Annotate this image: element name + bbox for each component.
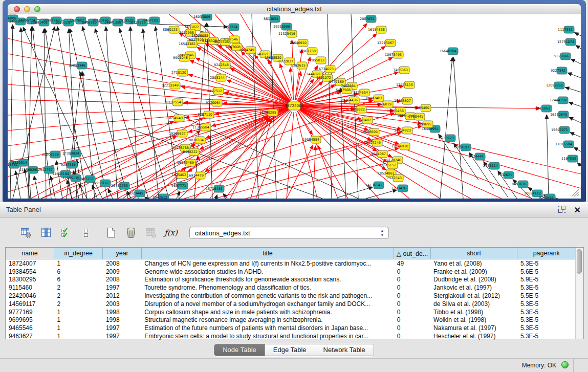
table-row[interactable]: 911546021997Tourette syndrome. Phenomeno… [6,283,576,292]
table-row[interactable]: 2242004622012Investigating the contribut… [6,292,576,300]
table-cell: Investigating the contribution of common… [141,292,394,300]
column-header-title[interactable]: title [141,248,394,259]
graph-node-label: 1615152 [381,163,396,167]
graph-node-label: 8150514 [12,161,27,165]
graph-node-label: 19654923 [394,128,411,133]
network-window: citations_edges.txt 11660062405572240557… [3,0,586,202]
close-panel-icon[interactable]: ✕ [574,206,581,214]
graph-node-label: 9227342 [551,69,565,73]
window-titlebar[interactable]: citations_edges.txt [8,4,581,15]
table-cell: 9463627 [6,332,54,340]
select-all-button[interactable] [59,226,73,239]
table-cell: 1 [54,324,102,332]
import-table-button[interactable] [144,226,158,239]
table-scrollbar-thumb[interactable] [577,249,582,274]
graph-node-label: 6938923 [439,136,454,140]
table-cell: 5.3E-5 [517,324,576,332]
table-cell: 5.3E-5 [517,316,576,324]
network-canvas[interactable]: 1166006240557224055724206914061993774310… [8,14,581,199]
graph-node-label: 9857771 [171,184,186,188]
graph-node-label: 6734023 [319,67,334,71]
graph-node-label: 16210643 [550,113,567,117]
table-toolbar: ƒ(x) citations_edges.txt ▲▼ [0,218,588,247]
graph-node-label: 8427512 [207,89,222,93]
tab-edge-table[interactable]: Edge Table [265,344,315,356]
column-header-year[interactable]: year [103,248,141,259]
graph-node-label: 16039489 [177,161,194,165]
table-scrollbar[interactable] [575,248,583,339]
table-cell: Jankovic et al. (1997) [430,283,517,292]
delete-table-button[interactable] [124,226,138,239]
graph-node-label: 19166827 [169,132,186,136]
tab-network-table[interactable]: Network Table [315,344,374,356]
graph-node-label: 18807249 [364,141,381,145]
table-row[interactable]: 946362711997Embryonic stem cells: a mode… [6,332,576,340]
column-header-short[interactable]: short [430,248,517,259]
graph-node-label: 9267110 [198,113,212,117]
table-cell: Franke et al. (2009) [430,268,517,276]
graph-node-label: 14136141 [365,183,382,187]
graph-node-label: 11325419 [278,32,295,36]
table-cell: Estimation of the future numbers of pati… [141,324,394,332]
column-header-name[interactable]: name [6,248,54,259]
table-cell: 1997 [103,283,141,292]
column-header-out_de[interactable]: △ out_de... [394,248,430,259]
table-cell: 0 [394,268,430,276]
table-source-select[interactable]: citations_edges.txt ▲▼ [189,227,389,239]
status-divider [573,359,574,372]
table-cell: 2 [54,283,102,292]
graph-node-label: 10973493 [385,53,402,57]
tab-node-table[interactable]: Node Table [214,344,265,356]
new-table-button[interactable] [104,226,118,239]
graph-node-label: 15751074 [557,40,574,44]
table-cell: 2008 [103,276,141,284]
table-cell: 18724007 [6,259,54,268]
graph-node-label: 7485063 [393,68,408,72]
table-cell: 5.3E-5 [517,283,576,292]
graph-node-label: 8215953 [535,106,550,111]
table-row[interactable]: 969969511998Structural magnetic resonanc… [6,316,576,324]
graph-node-label: 19756928 [391,144,408,148]
memory-status-indicator [561,361,569,368]
graph-node-label: 12213967 [377,41,394,45]
table-cell: 2 [54,300,102,308]
graph-node-label: 18107554 [164,100,181,104]
graph-node-label: 9120746 [386,158,401,162]
graph-node-label: 10807487 [365,96,382,100]
table-cell: 5.5E-5 [517,292,576,300]
function-builder-button[interactable]: ƒ(x) [164,226,178,239]
graph-node-label: 9329966 [554,54,569,58]
table-settings-button[interactable] [19,226,33,239]
table-cell: 6 [54,268,102,276]
table-cell: 0 [394,283,430,292]
column-header-pagerank[interactable]: pagerank [517,248,576,259]
table-cell: 9115460 [6,283,54,292]
table-row[interactable]: 977716911998Corpus callosum shape and si… [6,308,576,316]
table-cell: 1997 [103,332,141,340]
table-cell: 2 [54,292,102,300]
row-height-button[interactable] [79,226,93,239]
table-row[interactable]: 1456911722003Disruption of a novel membe… [6,300,576,308]
column-header-in_degree[interactable]: in_degree [54,248,102,259]
table-row[interactable]: 946554611997Estimation of the future num… [6,324,576,332]
table-cell: 9465546 [6,324,54,332]
graph-node-label: 15720407 [354,118,371,122]
table-row[interactable]: 1830029562008Estimation of significance … [6,276,576,284]
graph-node-label: 1733426 [391,186,406,190]
table-cell: Yano et al. (2008) [430,259,517,268]
select-column-button[interactable] [39,226,53,239]
graph-node-label: 12093852 [546,83,563,87]
table-cell: Estimation of significance thresholds fo… [141,276,394,284]
status-bar: Memory: OK [0,358,588,372]
table-row[interactable]: 1872400712008Changes of HCN gene express… [6,259,576,268]
graph-node-label: 17359924 [62,151,79,156]
graph-node-label: 1362615 [291,63,306,68]
table-row[interactable]: 1938455462009Genome-wide association stu… [6,268,576,276]
graph-node-label: 1444821 [306,72,321,76]
graph-node-label: 7386322 [350,107,365,112]
float-panel-icon[interactable] [558,205,566,215]
table-cell: 5.3E-5 [517,308,576,316]
graph-node-label: 12444159 [550,98,567,102]
table-cell: 14569117 [6,300,54,308]
resize-grip-icon[interactable] [569,186,580,198]
